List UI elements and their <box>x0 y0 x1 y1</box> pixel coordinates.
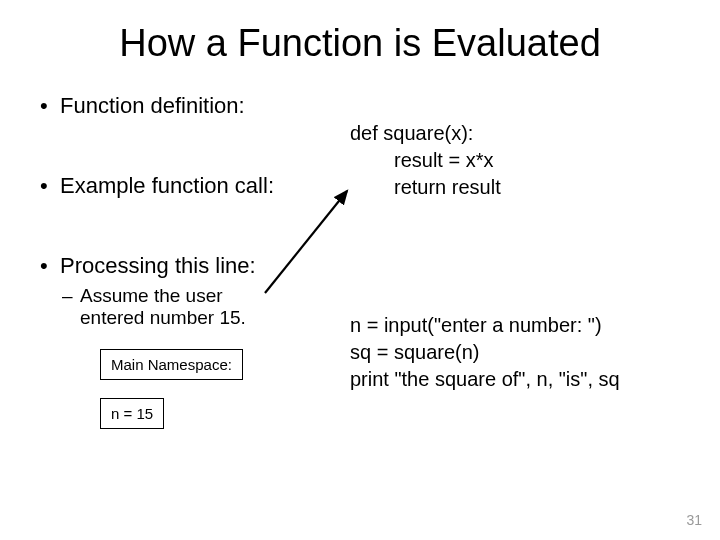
code-line: n = input("enter a number: ") <box>350 314 602 336</box>
code-line: print "the square of", n, "is", sq <box>350 368 620 390</box>
code-line: return result <box>350 174 690 201</box>
arrow-icon <box>265 185 360 295</box>
code-line: sq = square(n) <box>350 341 480 363</box>
code-function-def: def square(x): result = x*xreturn result <box>350 93 690 255</box>
code-line: def square(x): <box>350 122 473 144</box>
code-function-call: n = input("enter a number: ") sq = squar… <box>350 285 690 420</box>
svg-line-0 <box>265 191 347 293</box>
sub-line-1: Assume the user <box>80 285 223 306</box>
page-number: 31 <box>686 512 702 528</box>
box-n-value: n = 15 <box>100 398 164 429</box>
slide-title: How a Function is Evaluated <box>0 22 720 65</box>
right-column: def square(x): result = x*xreturn result… <box>350 93 690 420</box>
sub-line-2: entered number 15. <box>80 307 246 328</box>
namespace-boxes: Main Namespace: n = 15 <box>40 349 340 429</box>
bullet-function-definition: Function definition: <box>40 93 340 119</box>
box-main-namespace: Main Namespace: <box>100 349 243 380</box>
code-line: result = x*x <box>350 147 690 174</box>
